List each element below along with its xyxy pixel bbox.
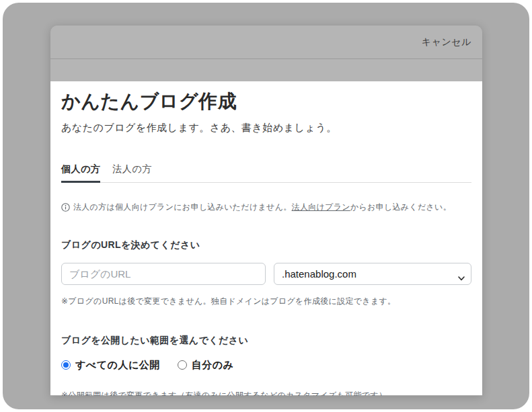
radio-public-label: すべての人に公開 <box>75 359 160 372</box>
tab-corporate[interactable]: 法人の方 <box>112 163 151 182</box>
blog-url-label: ブログのURLを決めてください <box>61 239 471 251</box>
blog-creation-form: かんたんブログ作成 あなたのブログを作成します。さあ、書き始めましょう。 個人の… <box>50 81 482 395</box>
page-subtitle: あなたのブログを作成します。さあ、書き始めましょう。 <box>61 122 471 134</box>
corporate-note-prefix: 法人の方は個人向けプランにお申し込みいただけません。 <box>73 202 292 212</box>
radio-private-icon[interactable] <box>178 360 187 370</box>
modal-subheader <box>50 59 482 81</box>
corporate-note-text: 法人の方は個人向けプランにお申し込みいただけません。法人向けプランからお申し込み… <box>73 202 451 213</box>
account-type-tabbar: 個人の方 法人の方 <box>61 163 471 183</box>
corporate-plan-link[interactable]: 法人向けプラン <box>292 202 350 212</box>
corporate-plan-note: 法人の方は個人向けプランにお申し込みいただけません。法人向けプランからお申し込み… <box>61 202 471 213</box>
page-title: かんたんブログ作成 <box>61 90 471 113</box>
blog-url-note: ※ブログのURLは後で変更できません。独自ドメインはブログを作成後に設定できます… <box>61 296 471 307</box>
blog-creation-modal: キャンセル かんたんブログ作成 あなたのブログを作成します。さあ、書き始めましょ… <box>50 26 482 396</box>
visibility-label: ブログを公開したい範囲を選んでください <box>61 335 471 347</box>
radio-option-private[interactable]: 自分のみ <box>178 359 234 372</box>
visibility-note: ※公開範囲は後で変更できます（友達のみに公開するなどのカスタマイズも可能です）。 <box>61 390 471 396</box>
corporate-note-suffix: からお申し込みください。 <box>350 202 451 212</box>
radio-option-public[interactable]: すべての人に公開 <box>61 359 160 372</box>
domain-select[interactable]: .hatenablog.com <box>274 263 471 285</box>
modal-header: キャンセル <box>50 26 482 59</box>
cancel-button[interactable]: キャンセル <box>422 36 471 48</box>
radio-private-label: 自分のみ <box>192 359 234 372</box>
visibility-radio-group: すべての人に公開 自分のみ <box>61 359 471 372</box>
domain-select-wrap: .hatenablog.com <box>274 263 471 285</box>
radio-public-icon[interactable] <box>61 360 71 370</box>
blog-url-row: .hatenablog.com <box>61 263 471 285</box>
blog-url-input[interactable] <box>61 263 266 285</box>
info-icon <box>61 203 70 212</box>
tab-personal[interactable]: 個人の方 <box>61 163 100 183</box>
